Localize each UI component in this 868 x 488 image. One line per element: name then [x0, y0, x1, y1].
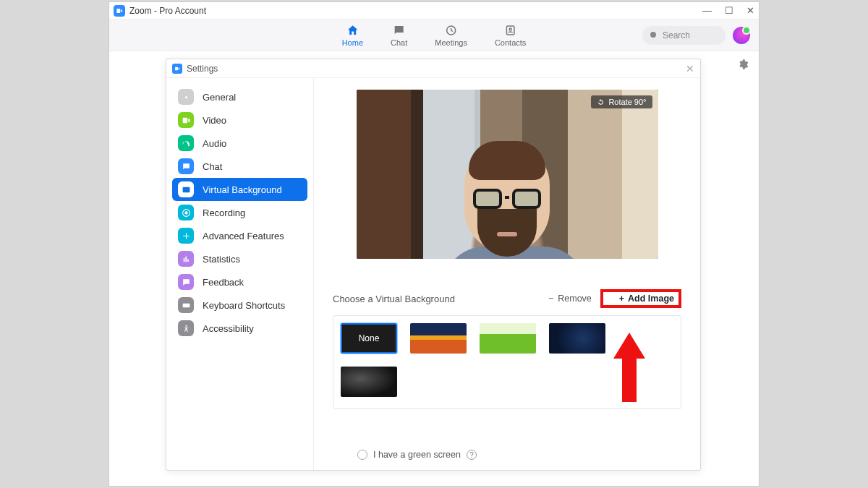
zoom-logo-icon	[114, 5, 125, 17]
remove-button[interactable]: −Remove	[548, 294, 592, 304]
video-icon	[178, 112, 194, 128]
headphones-icon	[178, 135, 194, 151]
clock-icon	[445, 24, 458, 37]
svg-rect-8	[182, 303, 190, 307]
zoom-logo-icon	[172, 64, 182, 74]
chart-icon	[178, 251, 194, 267]
annotation-highlight: +Add Image	[600, 289, 681, 308]
green-screen-label: I have a green screen	[373, 450, 461, 460]
search-input[interactable]: Search	[642, 26, 726, 45]
svg-rect-4	[182, 187, 190, 192]
nav-chat[interactable]: Chat	[391, 24, 407, 47]
remove-label: Remove	[558, 294, 592, 304]
zoom-main-window: Zoom - Pro Account — ☐ ✕ Home Chat Meeti…	[109, 1, 760, 487]
titlebar: Zoom - Pro Account — ☐ ✕	[109, 2, 759, 20]
nav-home-label: Home	[342, 38, 363, 47]
chat-icon	[178, 158, 194, 174]
nav-meetings[interactable]: Meetings	[435, 24, 467, 47]
sidebar-item-audio[interactable]: Audio	[172, 132, 307, 155]
choose-background-label: Choose a Virtual Background	[333, 294, 455, 304]
camera-preview: Rotate 90°	[357, 90, 658, 259]
sidebar-item-statistics[interactable]: Statistics	[172, 247, 307, 270]
help-icon[interactable]: ?	[467, 450, 477, 460]
rotate-icon	[597, 98, 605, 106]
profile-avatar[interactable]	[733, 27, 750, 44]
sidebar-label: Audio	[203, 138, 226, 149]
settings-title: Settings	[187, 64, 218, 74]
settings-main: Rotate 90° Choose a Virtual Background −…	[314, 78, 700, 470]
svg-point-2	[509, 28, 511, 30]
svg-point-7	[184, 211, 187, 214]
settings-close-button[interactable]: ✕	[686, 63, 694, 74]
gear-icon	[178, 89, 194, 105]
sidebar-item-general[interactable]: General	[172, 85, 307, 108]
background-thumb-dark[interactable]	[341, 367, 397, 397]
background-thumb-space[interactable]	[549, 323, 605, 354]
search-icon	[650, 31, 658, 40]
settings-sidebar: General Video Audio Chat Virtual Backgro…	[166, 78, 314, 470]
minimize-button[interactable]: —	[702, 5, 712, 16]
sidebar-item-virtual-background[interactable]: Virtual Background	[172, 178, 307, 201]
settings-gear-icon[interactable]	[737, 59, 749, 73]
svg-point-5	[184, 188, 185, 189]
sidebar-label: Recording	[203, 207, 245, 218]
nav-contacts[interactable]: Contacts	[495, 24, 526, 47]
sidebar-label: Keyboard Shortcuts	[203, 300, 285, 311]
sidebar-label: General	[203, 92, 236, 103]
nav-meetings-label: Meetings	[435, 38, 467, 47]
rotate-label: Rotate 90°	[608, 98, 646, 106]
background-thumb-bridge[interactable]	[410, 323, 467, 354]
background-thumb-none[interactable]: None	[341, 323, 397, 354]
sidebar-item-accessibility[interactable]: Accessibility	[172, 317, 307, 340]
sidebar-label: Virtual Background	[203, 184, 282, 195]
add-image-button[interactable]: +Add Image	[619, 294, 674, 304]
add-image-label: Add Image	[628, 294, 674, 304]
feedback-icon	[178, 274, 194, 290]
minus-icon: −	[548, 294, 553, 304]
search-placeholder: Search	[663, 30, 690, 40]
window-title: Zoom - Pro Account	[129, 6, 206, 16]
rotate-button[interactable]: Rotate 90°	[591, 95, 652, 108]
sidebar-label: Chat	[203, 161, 222, 172]
keyboard-icon	[178, 297, 194, 313]
content-area: Settings ✕ General Video Audio Chat Virt…	[109, 51, 759, 486]
nav-chat-label: Chat	[391, 38, 407, 47]
maximize-button[interactable]: ☐	[725, 5, 733, 16]
green-screen-row: I have a green screen ?	[333, 442, 681, 463]
thumb-none-label: None	[359, 333, 380, 343]
sidebar-label: Feedback	[203, 277, 244, 288]
home-icon	[346, 24, 359, 37]
sidebar-item-feedback[interactable]: Feedback	[172, 270, 307, 294]
preview-person	[442, 144, 572, 259]
settings-window: Settings ✕ General Video Audio Chat Virt…	[166, 59, 701, 471]
chat-icon	[393, 24, 406, 37]
settings-titlebar: Settings ✕	[166, 59, 700, 78]
contacts-icon	[504, 24, 517, 37]
sidebar-label: Video	[203, 115, 226, 126]
sidebar-label: Accessibility	[203, 323, 254, 334]
sidebar-item-keyboard[interactable]: Keyboard Shortcuts	[172, 294, 307, 317]
close-button[interactable]: ✕	[746, 5, 754, 16]
virtual-background-icon	[178, 181, 194, 197]
sidebar-item-recording[interactable]: Recording	[172, 201, 307, 224]
accessibility-icon	[178, 320, 194, 336]
window-controls: — ☐ ✕	[702, 5, 754, 16]
sidebar-item-advanced[interactable]: Advanced Features	[172, 224, 307, 247]
green-screen-radio[interactable]	[357, 450, 367, 460]
nav-contacts-label: Contacts	[495, 38, 526, 47]
top-nav: Home Chat Meetings Contacts Search	[109, 20, 759, 51]
sidebar-label: Advanced Features	[203, 231, 284, 241]
nav-home[interactable]: Home	[342, 24, 363, 47]
svg-point-3	[184, 95, 187, 98]
background-thumb-grass[interactable]	[480, 323, 536, 354]
sidebar-item-chat[interactable]: Chat	[172, 155, 307, 178]
sidebar-label: Statistics	[203, 254, 240, 265]
choose-row: Choose a Virtual Background −Remove +Add…	[333, 289, 681, 308]
plus-icon: +	[619, 294, 624, 304]
background-thumbnails-panel: None	[333, 315, 681, 409]
svg-point-9	[185, 325, 187, 326]
record-icon	[178, 205, 194, 221]
sidebar-item-video[interactable]: Video	[172, 108, 307, 132]
plus-icon	[178, 228, 194, 244]
